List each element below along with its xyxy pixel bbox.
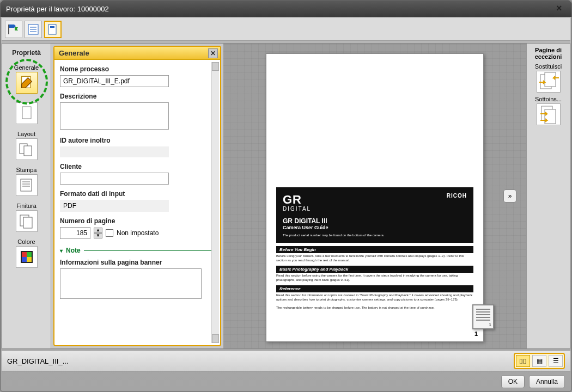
titlebar: Proprietà per il lavoro: 10000002 × [1, 1, 571, 17]
label-nome-processo: Nome processo [60, 65, 215, 73]
statusbar: GR_DIGITAL_III_... ▯▯ ▦ ☰ [2, 350, 570, 372]
tab-label: Layout [17, 131, 35, 137]
stampa-icon [16, 174, 38, 196]
field-id-autore [60, 146, 169, 157]
maker-label: RICOH [447, 193, 467, 199]
input-banner[interactable] [60, 268, 202, 299]
svg-rect-9 [24, 146, 32, 156]
sec1-text: Before using your camera, take a few mom… [276, 254, 473, 262]
view-list-button[interactable]: ☰ [549, 355, 563, 367]
page-view-icon [46, 23, 59, 36]
svg-rect-7 [22, 107, 31, 119]
toolbar-page-button[interactable] [44, 21, 62, 38]
sheet-title: Generale [59, 49, 89, 57]
rp-label: Sottoins... [535, 96, 562, 102]
label-cliente: Cliente [60, 163, 215, 170]
brand-bottom: DIGITAL [283, 206, 467, 212]
note-label: Note [66, 247, 81, 254]
spinner-down-icon[interactable]: ▼ [94, 233, 102, 238]
sheet-header: Generale ✕ [54, 47, 220, 60]
tab-finitura[interactable]: Finitura [2, 200, 51, 236]
rp-label: Sostituisci [535, 63, 562, 70]
expand-chevrons-button[interactable]: » [503, 189, 516, 203]
svg-rect-15 [23, 217, 32, 228]
spinner-numero-pagine[interactable]: ▲▼ [94, 228, 102, 238]
flag-forward-icon [7, 23, 20, 36]
rp-sostituisci[interactable]: Sostituisci [529, 63, 568, 93]
brand-top: GR [283, 193, 467, 207]
sec2-head: Basic Photography and Playback [276, 266, 473, 273]
svg-rect-22 [545, 72, 556, 87]
sostituisci-icon [537, 71, 561, 93]
sec2-text: Read this section before using the camer… [276, 274, 473, 282]
thumb-number: 1 [489, 322, 491, 327]
list-icon: ☰ [553, 357, 559, 365]
close-icon[interactable]: × [556, 3, 566, 13]
tab-layout[interactable]: Layout [2, 128, 51, 164]
label-descrizione: Descrizione [60, 93, 215, 100]
left-tabs-title: Proprietà [2, 47, 51, 62]
label-non-impostato: Non impostato [117, 229, 159, 237]
preview-area: RICOH GR DIGITAL GR DIGITAL III Camera U… [223, 44, 526, 348]
page-thumbnail-overlay[interactable]: 1 [472, 304, 494, 329]
status-filename: GR_DIGITAL_III_... [7, 357, 68, 365]
right-panel-title-2: eccezioni [535, 53, 562, 60]
svg-rect-5 [50, 26, 54, 28]
input-numero-pagine[interactable] [60, 227, 90, 239]
field-formato: PDF [60, 200, 169, 212]
list-view-icon [27, 23, 40, 36]
tab-generale[interactable]: Generale [2, 62, 51, 98]
chevrons-right-icon: » [508, 192, 512, 200]
serial-note: The product serial number may be found o… [283, 234, 467, 237]
cover-hero: RICOH GR DIGITAL GR DIGITAL III Camera U… [276, 187, 473, 243]
left-tabs: Proprietà Generale Layout S [2, 44, 51, 348]
ok-button[interactable]: OK [501, 375, 525, 388]
toolbar-flag-button[interactable] [5, 21, 22, 38]
input-nome-processo[interactable] [60, 75, 169, 87]
sheet-close-icon[interactable]: ✕ [208, 48, 218, 58]
tab-stampa[interactable]: Stampa [2, 164, 51, 200]
right-panel-title-1: Pagine di [535, 47, 562, 53]
layout-icon [16, 138, 38, 160]
caret-down-icon: ▾ [60, 248, 63, 254]
model-label: GR DIGITAL III [283, 217, 467, 225]
finitura-icon [16, 210, 38, 232]
scrollbar[interactable] [211, 62, 219, 343]
tab-colore[interactable]: Colore [2, 236, 51, 272]
carta-icon [16, 102, 38, 124]
page-number: 1 [474, 330, 478, 337]
view-book-button[interactable]: ▯▯ [516, 355, 530, 367]
svg-rect-19 [22, 257, 27, 262]
property-sheet: Generale ✕ Nome processo Descrizione ID … [53, 46, 221, 346]
view-grid-button[interactable]: ▦ [532, 355, 546, 367]
bottom-note: The rechargeable battery needs to be cha… [276, 306, 473, 309]
svg-rect-4 [48, 24, 56, 34]
view-mode-group: ▯▯ ▦ ☰ [514, 353, 565, 369]
grid-icon: ▦ [537, 357, 543, 365]
input-cliente[interactable] [60, 173, 169, 185]
window-title: Proprietà per il lavoro: 10000002 [6, 5, 109, 13]
input-descrizione[interactable] [60, 102, 169, 130]
sec3-text: Read this section for information on top… [276, 293, 473, 302]
book-icon: ▯▯ [519, 357, 527, 365]
cancel-button[interactable]: Annulla [529, 375, 565, 388]
colore-icon [16, 246, 38, 268]
tab-label: Generale [14, 64, 39, 71]
tab-carta[interactable] [2, 99, 51, 128]
rp-sottoins[interactable]: Sottoins... [529, 96, 568, 125]
tab-label: Colore [17, 238, 35, 245]
tab-label: Finitura [16, 203, 36, 209]
spinner-up-icon[interactable]: ▲ [94, 228, 102, 233]
generale-icon [16, 72, 38, 94]
toolbar-list-button[interactable] [25, 21, 42, 38]
svg-rect-18 [27, 252, 32, 257]
checkbox-non-impostato[interactable] [106, 229, 113, 237]
svg-rect-17 [22, 252, 27, 257]
note-separator[interactable]: ▾ Note [60, 247, 215, 254]
label-id-autore: ID autore inoltro [60, 137, 215, 144]
preview-page: RICOH GR DIGITAL GR DIGITAL III Camera U… [266, 53, 484, 342]
right-panel: Pagine di eccezioni Sostituisci Sottoins… [526, 44, 570, 348]
svg-rect-10 [21, 179, 32, 191]
sottoins-icon [537, 103, 561, 125]
tab-label: Stampa [16, 167, 37, 173]
